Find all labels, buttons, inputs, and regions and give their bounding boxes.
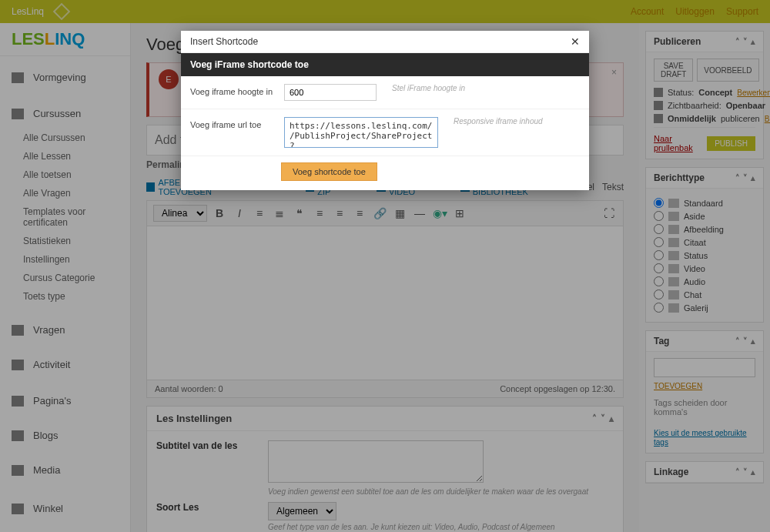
iframe-height-label: Voeg iframe hoogte in (190, 84, 275, 96)
iframe-url-desc: Responsive iframe inhoud (454, 117, 580, 125)
modal-title-2: Voeg iFrame shortcode toe (181, 53, 589, 76)
modal-title-1: Insert Shortcode (190, 36, 258, 47)
iframe-url-textarea[interactable]: https://lessons.leslinq.com//PublishProj… (284, 117, 438, 148)
modal-close-icon[interactable]: ✕ (571, 35, 580, 48)
iframe-height-desc: Stel iFrame hoogte in (392, 84, 580, 92)
shortcode-modal: Insert Shortcode ✕ Voeg iFrame shortcode… (181, 31, 589, 190)
insert-shortcode-button[interactable]: Voeg shortcode toe (281, 162, 377, 181)
iframe-height-input[interactable] (284, 84, 377, 101)
modal-overlay[interactable]: Insert Shortcode ✕ Voeg iFrame shortcode… (0, 0, 770, 532)
iframe-url-label: Voeg iframe url toe (190, 117, 275, 129)
